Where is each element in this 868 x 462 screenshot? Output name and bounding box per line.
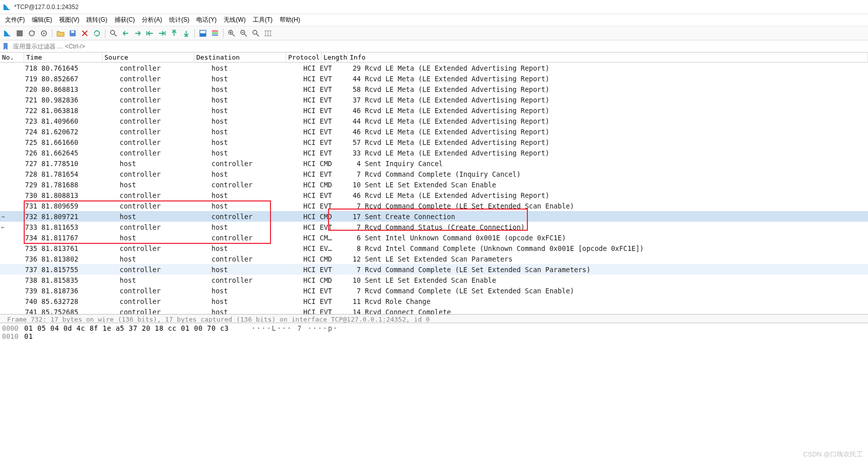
filterbar — [0, 40, 868, 53]
packet-info: Rcvd Command Complete (LE Set Extended S… — [363, 202, 868, 210]
packet-no: 722 — [15, 107, 39, 115]
prev-icon[interactable] — [120, 28, 131, 39]
col-info[interactable]: Info — [348, 53, 868, 62]
packet-source: controller — [118, 308, 209, 315]
display-filter-input[interactable] — [11, 41, 868, 52]
col-no[interactable]: No. — [0, 53, 24, 62]
packet-row[interactable]: 74185.752685controllerhostHCI_EVT14Rcvd … — [0, 306, 868, 314]
jump-next-icon[interactable] — [156, 28, 168, 39]
packet-row[interactable]: 72481.620672controllerhostHCI_EVT46Rcvd … — [0, 126, 868, 137]
packet-row[interactable]: →73281.809721hostcontrollerHCI_CMD17Sent… — [0, 211, 868, 222]
packet-length: 58 — [337, 85, 363, 93]
packet-row[interactable]: 73781.815755controllerhostHCI_EVT7Rcvd C… — [0, 264, 868, 275]
packet-protocol: HCI_EVT — [301, 149, 337, 157]
packet-time: 81.063818 — [39, 107, 118, 115]
stop-capture-icon[interactable] — [14, 28, 25, 39]
next-icon[interactable] — [132, 28, 143, 39]
packet-row[interactable]: 72281.063818controllerhostHCI_EVT46Rcvd … — [0, 105, 868, 116]
zoom-in-icon[interactable] — [226, 28, 237, 39]
resize-columns-icon[interactable] — [262, 28, 274, 39]
packet-destination: controller — [209, 181, 301, 189]
packet-row[interactable]: 73881.815835hostcontrollerHCI_CMD10Sent … — [0, 275, 868, 285]
packet-length: 46 — [337, 191, 363, 199]
col-source[interactable]: Source — [102, 53, 194, 62]
packet-info: Rcvd Command Complete (LE Set Extended S… — [363, 287, 868, 295]
packet-length: 44 — [337, 75, 363, 83]
packet-info: Rcvd LE Meta (LE Extended Advertising Re… — [363, 128, 868, 136]
zoom-out-icon[interactable] — [238, 28, 249, 39]
packet-info: Rcvd LE Meta (LE Extended Advertising Re… — [363, 191, 868, 199]
packet-no: 740 — [15, 297, 39, 305]
open-icon[interactable] — [55, 28, 66, 39]
packet-row[interactable]: 73481.811767hostcontrollerHCI_CM…6Sent I… — [0, 232, 868, 243]
packet-row[interactable]: 71880.761645controllerhostHCI_EVT29Rcvd … — [0, 63, 868, 73]
menu-help[interactable]: 帮助(H) — [277, 15, 303, 25]
svg-rect-9 — [212, 30, 218, 32]
packet-row[interactable]: 72381.409660controllerhostHCI_EVT44Rcvd … — [0, 116, 868, 126]
bookmark-icon[interactable] — [0, 42, 11, 50]
packet-destination: controller — [209, 255, 301, 263]
zoom-reset-icon[interactable] — [250, 28, 261, 39]
menu-file[interactable]: 文件(F) — [2, 15, 28, 25]
packet-no: 734 — [15, 234, 39, 242]
packet-info: Rcvd Command Complete (LE Set Extended S… — [363, 266, 868, 274]
col-time[interactable]: Time — [24, 53, 102, 62]
packet-length: 33 — [337, 149, 363, 157]
find-icon[interactable] — [108, 28, 119, 39]
packet-details-pane[interactable]: Frame 732: 17 bytes on wire (136 bits), … — [0, 314, 868, 323]
packet-destination: host — [209, 308, 301, 315]
packet-row[interactable]: 73181.809659controllerhostHCI_EVT7Rcvd C… — [0, 200, 868, 211]
packet-source: controller — [118, 117, 209, 125]
packet-row[interactable]: 71980.852667controllerhostHCI_EVT44Rcvd … — [0, 73, 868, 84]
packet-info: Sent LE Set Extended Scan Enable — [363, 276, 868, 284]
menu-tools[interactable]: 工具(T) — [250, 15, 276, 25]
col-length[interactable]: Length — [321, 53, 348, 62]
packet-destination: host — [209, 138, 301, 146]
packet-row[interactable]: ←73381.811653controllerhostHCI_EVT7Rcvd … — [0, 222, 868, 232]
menu-edit[interactable]: 编辑(E) — [29, 15, 55, 25]
packet-protocol: HCI_EVT — [301, 266, 337, 274]
restart-capture-icon[interactable] — [26, 28, 37, 39]
jump-prev-icon[interactable] — [144, 28, 155, 39]
menu-goto[interactable]: 跳转(G) — [83, 15, 110, 25]
close-icon[interactable] — [79, 28, 90, 39]
packet-no: 719 — [15, 75, 39, 83]
start-capture-icon[interactable] — [2, 28, 13, 39]
packet-row[interactable]: 73681.813802hostcontrollerHCI_CMD12Sent … — [0, 253, 868, 264]
packet-row[interactable]: 73981.818736controllerhostHCI_EVT7Rcvd C… — [0, 285, 868, 296]
packet-row[interactable]: 72881.781654controllerhostHCI_EVT7Rcvd C… — [0, 169, 868, 179]
packet-row[interactable]: 72581.661660controllerhostHCI_EVT57Rcvd … — [0, 137, 868, 147]
col-protocol[interactable]: Protocol — [286, 53, 321, 62]
col-destination[interactable]: Destination — [194, 53, 286, 62]
autoscroll-icon[interactable] — [197, 28, 208, 39]
packet-row[interactable]: 72981.781688hostcontrollerHCI_CMD10Sent … — [0, 179, 868, 190]
packet-list[interactable]: 71880.761645controllerhostHCI_EVT29Rcvd … — [0, 63, 868, 314]
packet-source: controller — [118, 191, 209, 199]
packet-time: 81.620672 — [39, 128, 118, 136]
goto-bottom-icon[interactable] — [181, 28, 192, 39]
colorize-icon[interactable] — [209, 28, 221, 39]
menu-wireless[interactable]: 无线(W) — [221, 15, 248, 25]
packet-row[interactable]: 72781.778510hostcontrollerHCI_CMD4Sent I… — [0, 158, 868, 169]
packet-row[interactable]: 72681.662645controllerhostHCI_EVT33Rcvd … — [0, 147, 868, 158]
packet-row[interactable]: 73081.808813controllerhostHCI_EVT46Rcvd … — [0, 190, 868, 200]
packet-row[interactable]: 73581.813761controllerhostHCI_EV…8Rcvd I… — [0, 243, 868, 253]
options-icon[interactable] — [38, 28, 49, 39]
menu-capture[interactable]: 捕获(C) — [112, 15, 138, 25]
menu-stats[interactable]: 统计(S) — [166, 15, 192, 25]
hex-view[interactable]: 0000 01 05 04 0d 4c 8f 1e a5 37 20 18 cc… — [0, 323, 868, 454]
menu-telephony[interactable]: 电话(Y) — [193, 15, 220, 25]
packet-row[interactable]: 72180.982836controllerhostHCI_EVT37Rcvd … — [0, 94, 868, 105]
reload-icon[interactable] — [91, 28, 102, 39]
goto-top-icon[interactable] — [169, 28, 180, 39]
menu-analyze[interactable]: 分析(A) — [139, 15, 165, 25]
packet-no: 723 — [15, 117, 39, 125]
packet-protocol: HCI_EVT — [301, 64, 337, 72]
packet-row[interactable]: 72080.868813controllerhostHCI_EVT58Rcvd … — [0, 84, 868, 94]
menu-view[interactable]: 视图(V) — [56, 15, 82, 25]
svg-point-6 — [111, 30, 115, 34]
packet-destination: host — [209, 107, 301, 115]
packet-length: 10 — [337, 276, 363, 284]
packet-row[interactable]: 74085.632728controllerhostHCI_EVT11Rcvd … — [0, 296, 868, 306]
save-icon[interactable] — [67, 28, 78, 39]
